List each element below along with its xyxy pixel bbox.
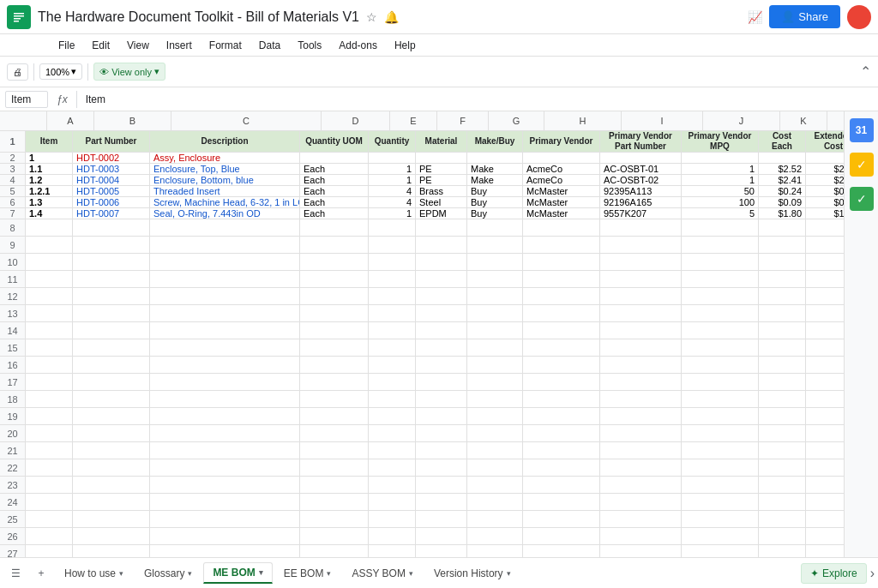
cell-f19[interactable] <box>416 408 467 424</box>
cell-h4[interactable]: AcmeCo <box>523 175 600 185</box>
cell-a20[interactable] <box>26 425 73 441</box>
cell-c6[interactable]: Screw, Machine Head, 6-32, 1 in LG <box>150 197 300 207</box>
cell-i19[interactable] <box>600 408 682 424</box>
zoom-control[interactable]: 100% ▾ <box>39 63 82 80</box>
cell-e7[interactable]: 1 <box>369 208 416 219</box>
cell-e18[interactable] <box>369 391 416 407</box>
col-header-j[interactable]: J <box>703 111 780 130</box>
cell-j17[interactable] <box>682 374 759 390</box>
col-header-e[interactable]: E <box>390 111 437 130</box>
cell-l20[interactable] <box>806 425 844 441</box>
cell-i18[interactable] <box>600 391 682 407</box>
cell-d20[interactable] <box>300 425 369 441</box>
cell-k11[interactable] <box>759 271 806 287</box>
cell-b10[interactable] <box>73 254 150 270</box>
cell-f21[interactable] <box>416 442 467 459</box>
cell-l18[interactable] <box>806 391 844 407</box>
menu-data[interactable]: Data <box>252 38 287 53</box>
col-header-c[interactable]: C <box>171 111 322 130</box>
cell-d24[interactable] <box>300 494 369 510</box>
cell-g24[interactable] <box>467 494 523 510</box>
print-button[interactable]: 🖨 <box>7 63 28 81</box>
cell-d15[interactable] <box>300 339 369 356</box>
cell-j9[interactable] <box>682 237 759 253</box>
cell-f1[interactable]: Material <box>416 131 467 152</box>
tab-ee-bom[interactable]: EE BOM ▾ <box>274 563 341 583</box>
cell-j2[interactable] <box>682 153 759 163</box>
cell-l9[interactable] <box>806 237 844 253</box>
cell-j8[interactable] <box>682 219 759 236</box>
cell-k17[interactable] <box>759 374 806 390</box>
cell-g26[interactable] <box>467 528 523 544</box>
check-icon[interactable]: ✓ <box>850 187 874 211</box>
cell-l3[interactable]: $2.52 <box>806 164 844 174</box>
cell-k12[interactable] <box>759 288 806 304</box>
cell-a7[interactable]: 1.4 <box>26 208 73 219</box>
cell-g21[interactable] <box>467 442 523 459</box>
cell-j26[interactable] <box>682 528 759 544</box>
cell-l15[interactable] <box>806 339 844 356</box>
cell-a13[interactable] <box>26 305 73 321</box>
cell-j4[interactable]: 1 <box>682 175 759 185</box>
cell-a4[interactable]: 1.2 <box>26 175 73 185</box>
cell-l11[interactable] <box>806 271 844 287</box>
cell-e9[interactable] <box>369 237 416 253</box>
cell-i6[interactable]: 92196A165 <box>600 197 682 207</box>
cell-j15[interactable] <box>682 339 759 356</box>
cell-b17[interactable] <box>73 374 150 390</box>
cell-g19[interactable] <box>467 408 523 424</box>
cell-c27[interactable] <box>150 545 300 557</box>
cell-j14[interactable] <box>682 322 759 339</box>
cell-l17[interactable] <box>806 374 844 390</box>
cell-l22[interactable] <box>806 459 844 476</box>
cell-b24[interactable] <box>73 494 150 510</box>
cell-d6[interactable]: Each <box>300 197 369 207</box>
cell-j13[interactable] <box>682 305 759 321</box>
cell-j5[interactable]: 50 <box>682 186 759 196</box>
cell-b16[interactable] <box>73 357 150 373</box>
cell-g25[interactable] <box>467 511 523 527</box>
cell-b25[interactable] <box>73 511 150 527</box>
cell-k22[interactable] <box>759 459 806 476</box>
cell-g12[interactable] <box>467 288 523 304</box>
cell-c19[interactable] <box>150 408 300 424</box>
cell-d3[interactable]: Each <box>300 164 369 174</box>
cell-g4[interactable]: Make <box>467 175 523 185</box>
cell-e1[interactable]: Quantity <box>369 131 416 152</box>
cell-c2[interactable]: Assy, Enclosure <box>150 153 300 163</box>
cell-b11[interactable] <box>73 271 150 287</box>
explore-button[interactable]: ✦ Explore <box>801 563 867 584</box>
cell-c7[interactable]: Seal, O-Ring, 7.443in OD <box>150 208 300 219</box>
cell-f9[interactable] <box>416 237 467 253</box>
cell-e13[interactable] <box>369 305 416 321</box>
cell-b19[interactable] <box>73 408 150 424</box>
cell-f10[interactable] <box>416 254 467 270</box>
cell-k21[interactable] <box>759 442 806 459</box>
cell-k9[interactable] <box>759 237 806 253</box>
cell-e27[interactable] <box>369 545 416 557</box>
cell-g17[interactable] <box>467 374 523 390</box>
cell-l25[interactable] <box>806 511 844 527</box>
cell-g11[interactable] <box>467 271 523 287</box>
cell-g16[interactable] <box>467 357 523 373</box>
cell-d21[interactable] <box>300 442 369 459</box>
cell-b4[interactable]: HDT-0004 <box>73 175 150 185</box>
cell-c12[interactable] <box>150 288 300 304</box>
cell-e25[interactable] <box>369 511 416 527</box>
cell-e19[interactable] <box>369 408 416 424</box>
tab-how-to-use[interactable]: How to use ▾ <box>55 563 133 583</box>
cell-f12[interactable] <box>416 288 467 304</box>
cell-d17[interactable] <box>300 374 369 390</box>
formula-input[interactable] <box>81 93 873 105</box>
cell-h22[interactable] <box>523 459 600 476</box>
cell-l14[interactable] <box>806 322 844 339</box>
cell-j6[interactable]: 100 <box>682 197 759 207</box>
cell-h27[interactable] <box>523 545 600 557</box>
cell-e8[interactable] <box>369 219 416 236</box>
cell-f22[interactable] <box>416 459 467 476</box>
col-header-h[interactable]: H <box>544 111 622 130</box>
cell-g13[interactable] <box>467 305 523 321</box>
cell-h9[interactable] <box>523 237 600 253</box>
cell-i15[interactable] <box>600 339 682 356</box>
cell-j1[interactable]: Primary Vendor MPQ <box>682 131 759 152</box>
